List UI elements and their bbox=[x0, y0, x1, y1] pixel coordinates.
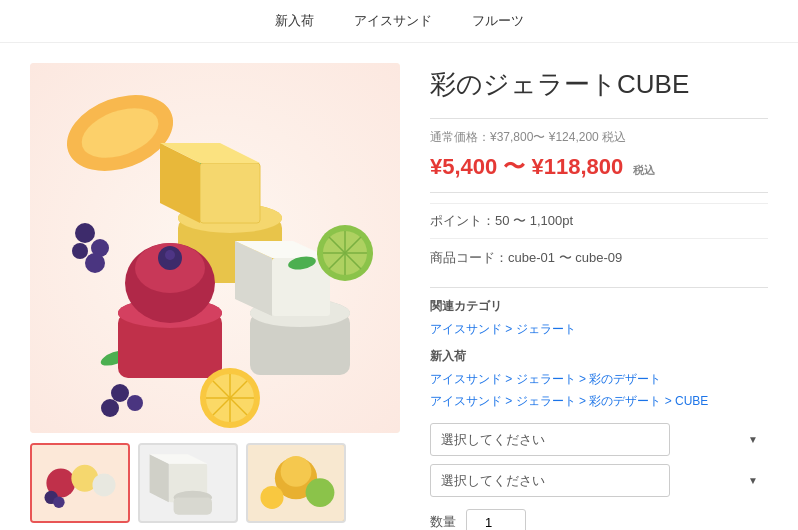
new-arrivals-sub-label: 新入荷 bbox=[430, 348, 768, 365]
left-column bbox=[30, 63, 400, 530]
divider-3 bbox=[430, 287, 768, 288]
regular-price: 通常価格：¥37,800〜 ¥124,200 税込 bbox=[430, 129, 768, 146]
svg-point-60 bbox=[281, 456, 312, 487]
category-link-2[interactable]: アイスサンド > ジェラート > 彩のデザート bbox=[430, 369, 768, 391]
svg-point-5 bbox=[72, 243, 88, 259]
divider-1 bbox=[430, 118, 768, 119]
select-option-1[interactable]: 選択してください bbox=[430, 423, 670, 456]
select-option-2[interactable]: 選択してください bbox=[430, 464, 670, 497]
nav-fruits[interactable]: フルーツ bbox=[472, 12, 524, 30]
svg-point-61 bbox=[306, 478, 335, 507]
related-categories-label: 関連カテゴリ bbox=[430, 298, 768, 315]
product-title: 彩のジェラートCUBE bbox=[430, 68, 768, 102]
select-wrapper-2: 選択してください bbox=[430, 464, 768, 497]
svg-point-6 bbox=[85, 253, 105, 273]
quantity-label: 数量 bbox=[430, 513, 456, 530]
svg-rect-13 bbox=[200, 163, 260, 223]
thumbnail-1[interactable] bbox=[30, 443, 130, 523]
nav-ice-sand[interactable]: アイスサンド bbox=[354, 12, 432, 30]
related-categories: 関連カテゴリ アイスサンド > ジェラート 新入荷 アイスサンド > ジェラート… bbox=[430, 298, 768, 413]
nav-new-arrivals[interactable]: 新入荷 bbox=[275, 12, 314, 30]
sale-price: ¥5,400 〜 ¥118,800 税込 bbox=[430, 152, 768, 182]
thumbnail-list bbox=[30, 443, 400, 523]
main-content: 彩のジェラートCUBE 通常価格：¥37,800〜 ¥124,200 税込 ¥5… bbox=[0, 43, 798, 530]
svg-point-49 bbox=[92, 473, 115, 496]
sale-price-tax: 税込 bbox=[633, 164, 655, 176]
svg-point-45 bbox=[101, 399, 119, 417]
top-navigation: 新入荷 アイスサンド フルーツ bbox=[0, 0, 798, 43]
divider-2 bbox=[430, 192, 768, 193]
svg-point-3 bbox=[75, 223, 95, 243]
svg-point-43 bbox=[111, 384, 129, 402]
svg-point-44 bbox=[127, 395, 143, 411]
select-wrapper-1: 選択してください bbox=[430, 423, 768, 456]
points-row: ポイント：50 〜 1,100pt bbox=[430, 203, 768, 239]
thumbnail-3[interactable] bbox=[246, 443, 346, 523]
category-link-3[interactable]: アイスサンド > ジェラート > 彩のデザート > CUBE bbox=[430, 391, 768, 413]
main-product-image bbox=[30, 63, 400, 433]
right-column: 彩のジェラートCUBE 通常価格：¥37,800〜 ¥124,200 税込 ¥5… bbox=[430, 63, 768, 530]
product-code-row: 商品コード：cube-01 〜 cube-09 bbox=[430, 249, 768, 277]
quantity-row: 数量 bbox=[430, 509, 768, 530]
svg-rect-57 bbox=[174, 497, 212, 514]
quantity-input[interactable] bbox=[466, 509, 526, 530]
svg-point-51 bbox=[53, 496, 65, 508]
thumbnail-2[interactable] bbox=[138, 443, 238, 523]
svg-point-62 bbox=[260, 486, 283, 509]
svg-point-23 bbox=[165, 250, 175, 260]
category-link-1[interactable]: アイスサンド > ジェラート bbox=[430, 319, 768, 341]
